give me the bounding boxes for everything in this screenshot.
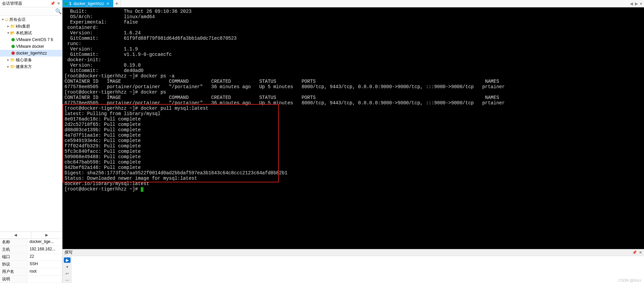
prop-key: 用户名 — [0, 268, 28, 275]
panel-close-icon[interactable]: ✕ — [57, 1, 60, 6]
more-icon[interactable]: ⋯ — [64, 278, 71, 283]
tab-label: docker_tigerhhzz — [74, 1, 104, 6]
tree-label: 健康东方 — [16, 64, 32, 70]
tree-group-local[interactable]: ▾ 📂 本机测试 — [0, 30, 62, 36]
compose-toolbar: ▶ ▾ ↩ ⋯ — [62, 256, 72, 283]
nav-row: ◀ ▶ — [0, 232, 62, 238]
right-area: 1 docker_tigerhhzz ✕ + ◀ ▶ ▾ Built: Thu … — [62, 0, 644, 283]
tree-root-label: 所有会话 — [9, 16, 26, 23]
status-dot-icon — [65, 2, 67, 5]
tree-group-health[interactable]: ▸ 📁 健康东方 — [0, 63, 62, 70]
terminal-cursor — [141, 187, 143, 192]
folder-icon: 📁 — [10, 57, 15, 63]
compose-close-icon[interactable]: ✕ — [639, 250, 642, 255]
prop-row: 协议SSH — [0, 261, 62, 268]
tree-root[interactable]: ▾ 🗂 所有会话 — [0, 16, 62, 23]
tab-nav: ◀ ▶ ▾ — [630, 0, 644, 7]
session-item[interactable]: VMware docker — [0, 43, 62, 50]
prop-row: 说明 — [0, 276, 62, 283]
search-row: 🔍 — [0, 7, 62, 15]
tab-nav-menu-icon[interactable]: ▾ — [640, 1, 642, 6]
prop-row: 端口22 — [0, 253, 62, 261]
session-label: VMware CentOS 7 6 — [16, 37, 53, 43]
session-properties: 名称docker_tige... 主机192.168.162... 端口22 协… — [0, 238, 62, 283]
tab-index: 1 — [69, 1, 72, 6]
expander-icon[interactable]: ▾ — [1, 16, 5, 23]
expander-icon[interactable]: ▸ — [6, 64, 10, 70]
pin-icon[interactable]: 📌 — [50, 1, 55, 6]
prop-key: 端口 — [0, 253, 28, 260]
tab-nav-prev-icon[interactable]: ◀ — [630, 1, 633, 6]
prop-val: docker_tige... — [28, 239, 62, 246]
expander-icon[interactable]: ▸ — [6, 23, 10, 29]
search-input[interactable] — [0, 8, 53, 14]
prop-key: 协议 — [0, 261, 28, 268]
session-label: VMware docker — [16, 43, 44, 49]
prop-row: 名称docker_tige... — [0, 239, 62, 246]
history-up-icon[interactable]: ↩ — [64, 271, 71, 276]
terminal-output[interactable]: Built: Thu Oct 26 09:10:36 2023 OS/Arch:… — [62, 7, 644, 249]
tree-label: 本机测试 — [16, 30, 32, 36]
highlight-box — [62, 104, 279, 182]
prop-row: 用户名root — [0, 268, 62, 276]
panel-header: 会话管理器 📌 ✕ — [0, 0, 62, 7]
prop-key: 说明 — [0, 276, 28, 283]
tab-nav-next-icon[interactable]: ▶ — [635, 1, 638, 6]
prop-key: 主机 — [0, 246, 28, 253]
tab-close-icon[interactable]: ✕ — [106, 1, 110, 6]
tab-active[interactable]: 1 docker_tigerhhzz ✕ — [62, 0, 113, 7]
compose-title: 撰写 — [65, 250, 73, 255]
send-button[interactable]: ▶ — [64, 257, 71, 263]
folder-icon: 📂 — [10, 30, 15, 36]
tree-group-core[interactable]: ▸ 📁 核心装备 — [0, 57, 62, 63]
prop-val: SSH — [28, 261, 62, 268]
compose-header: 撰写 📌 ✕ — [62, 249, 644, 256]
tree-label: 核心装备 — [16, 57, 32, 63]
session-manager-panel: 会话管理器 📌 ✕ 🔍 ▾ 🗂 所有会话 ▸ 📁 k8s集群 ▾ 📂 本机测试 … — [0, 0, 62, 283]
session-item[interactable]: VMware CentOS 7 6 — [0, 36, 62, 43]
session-label: docker_tigerhhzz — [16, 50, 47, 56]
expander-icon[interactable]: ▾ — [6, 30, 10, 36]
prop-val: 192.168.162... — [28, 246, 62, 253]
folder-icon: 📁 — [10, 64, 15, 70]
expander-icon[interactable]: ▸ — [6, 57, 10, 63]
nav-prev-button[interactable]: ◀ — [0, 232, 31, 238]
pin-icon[interactable]: 📌 — [632, 250, 637, 255]
tree-label: k8s集群 — [16, 23, 30, 29]
folder-icon: 📁 — [10, 23, 15, 29]
folder-icon: 🗂 — [5, 16, 9, 23]
session-item-active[interactable]: docker_tigerhhzz — [0, 50, 62, 57]
status-dot-icon — [11, 51, 15, 55]
tree-group-k8s[interactable]: ▸ 📁 k8s集群 — [0, 23, 62, 30]
prop-key: 名称 — [0, 239, 28, 246]
prop-val: 22 — [28, 253, 62, 260]
compose-panel: 撰写 📌 ✕ ▶ ▾ ↩ ⋯ — [62, 249, 644, 283]
tab-add-button[interactable]: + — [113, 0, 121, 7]
prop-row: 主机192.168.162... — [0, 246, 62, 253]
status-dot-icon — [11, 45, 15, 48]
panel-title: 会话管理器 — [2, 1, 22, 6]
compose-input[interactable] — [72, 256, 644, 283]
prop-val — [28, 276, 62, 283]
compose-body: ▶ ▾ ↩ ⋯ — [62, 256, 644, 283]
history-down-icon[interactable]: ▾ — [64, 264, 71, 270]
status-dot-icon — [11, 38, 15, 41]
session-tree: ▾ 🗂 所有会话 ▸ 📁 k8s集群 ▾ 📂 本机测试 VMware CentO… — [0, 15, 62, 232]
tab-bar: 1 docker_tigerhhzz ✕ + ◀ ▶ ▾ — [62, 0, 644, 7]
nav-next-button[interactable]: ▶ — [31, 232, 62, 238]
prop-val: root — [28, 268, 62, 275]
